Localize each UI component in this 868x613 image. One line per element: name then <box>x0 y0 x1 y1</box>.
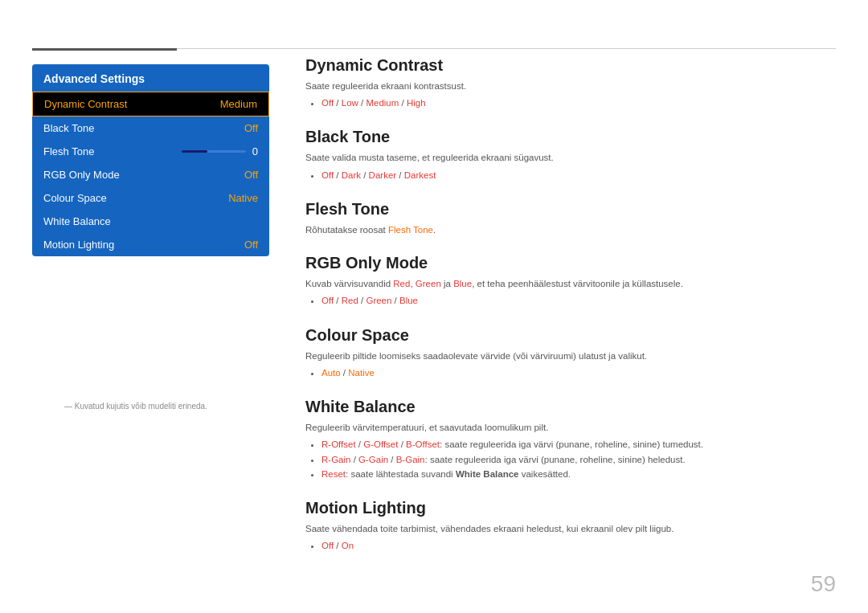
option-bt-dark: Dark <box>342 170 361 180</box>
panel-title: Advanced Settings <box>32 64 269 92</box>
menu-value-rgb-only-mode: Off <box>244 169 258 181</box>
section-options-motion-lighting: Off / On <box>305 538 836 553</box>
menu-item-black-tone[interactable]: Black Tone Off <box>32 116 269 140</box>
menu-label-rgb-only-mode: RGB Only Mode <box>43 169 120 181</box>
option-high: High <box>407 98 426 108</box>
top-accent-line <box>32 48 177 51</box>
option-ml-on: On <box>342 541 354 550</box>
page-number: 59 <box>811 571 836 597</box>
option-low: Low <box>342 98 358 108</box>
left-panel: Advanced Settings Dynamic Contrast Mediu… <box>32 64 273 256</box>
menu-item-colour-space[interactable]: Colour Space Native <box>32 186 269 210</box>
menu-item-dynamic-contrast[interactable]: Dynamic Contrast Medium <box>32 92 269 116</box>
option-off: Off <box>321 98 334 108</box>
flesh-tone-slider-bar <box>182 150 246 153</box>
option-rgb-blue-val: Blue <box>399 296 418 305</box>
rgb-blue: Blue <box>453 279 472 288</box>
section-rgb-only-mode: RGB Only Mode Kuvab värvisuvandid Red, G… <box>305 254 836 308</box>
wb-goffset: G-Offset <box>363 439 398 449</box>
menu-value-black-tone: Off <box>244 122 258 134</box>
menu-value-motion-lighting: Off <box>244 239 258 251</box>
section-colour-space: Colour Space Reguleerib piltide loomisek… <box>305 326 836 380</box>
section-title-black-tone: Black Tone <box>305 128 836 146</box>
section-dynamic-contrast: Dynamic Contrast Saate reguleerida ekraa… <box>305 56 836 110</box>
flesh-tone-value: 0 <box>252 145 258 157</box>
wb-reset-label: White Balance <box>456 469 519 479</box>
section-desc-dynamic-contrast: Saate reguleerida ekraani kontrastsust. <box>305 80 836 92</box>
wb-reset: Reset <box>321 469 346 479</box>
wb-bgain: B-Gain <box>396 455 425 464</box>
section-white-balance: White Balance Reguleerib värvitemperatuu… <box>305 398 836 481</box>
menu-value-colour-space: Native <box>228 192 258 204</box>
option-cs-native: Native <box>348 368 375 378</box>
section-title-flesh-tone: Flesh Tone <box>305 200 836 219</box>
menu-label-white-balance: White Balance <box>43 215 111 227</box>
section-title-white-balance: White Balance <box>305 398 836 416</box>
section-desc-motion-lighting: Saate vähendada toite tarbimist, vähenda… <box>305 522 836 535</box>
option-bt-off: Off <box>321 170 334 180</box>
menu-label-black-tone: Black Tone <box>43 122 94 134</box>
menu-label-colour-space: Colour Space <box>43 192 107 204</box>
section-black-tone: Black Tone Saate valida musta taseme, et… <box>305 128 836 182</box>
section-options-rgb: Off / Red / Green / Blue <box>305 293 836 308</box>
section-title-colour-space: Colour Space <box>305 326 836 345</box>
flesh-tone-slider-fill <box>182 150 207 153</box>
wb-ggain: G-Gain <box>358 455 388 464</box>
section-desc-black-tone: Saate valida musta taseme, et reguleerid… <box>305 151 836 164</box>
option-cs-auto: Auto <box>321 368 341 378</box>
section-options-black-tone: Off / Dark / Darker / Darkest <box>305 168 836 182</box>
advanced-settings-box: Advanced Settings Dynamic Contrast Mediu… <box>32 64 269 256</box>
menu-item-flesh-tone[interactable]: Flesh Tone 0 <box>32 140 269 163</box>
section-options-white-balance: R-Offset / G-Offset / B-Offset: saate re… <box>305 437 836 481</box>
option-rgb-off: Off <box>321 296 334 305</box>
menu-label-dynamic-contrast: Dynamic Contrast <box>44 98 127 110</box>
option-ml-off: Off <box>321 541 334 550</box>
menu-label-flesh-tone: Flesh Tone <box>43 145 94 157</box>
section-desc-rgb-only-mode: Kuvab värvisuvandid Red, Green ja Blue, … <box>305 277 836 290</box>
menu-label-motion-lighting: Motion Lighting <box>43 239 114 251</box>
wb-boffset: B-Offset <box>406 439 440 449</box>
section-desc-flesh-tone: Rõhutatakse roosat Flesh Tone. <box>305 223 836 236</box>
option-rgb-green: Green <box>366 296 391 305</box>
wb-rgain: R-Gain <box>321 455 350 464</box>
section-desc-white-balance: Reguleerib värvitemperatuuri, et saavuta… <box>305 421 836 434</box>
section-options-dynamic-contrast: Off / Low / Medium / High <box>305 96 836 110</box>
section-options-colour-space: Auto / Native <box>305 366 836 380</box>
right-content: Dynamic Contrast Saate reguleerida ekraa… <box>305 56 836 581</box>
menu-item-white-balance[interactable]: White Balance <box>32 210 269 233</box>
section-title-rgb-only-mode: RGB Only Mode <box>305 254 836 272</box>
section-motion-lighting: Motion Lighting Saate vähendada toite ta… <box>305 499 836 553</box>
section-title-motion-lighting: Motion Lighting <box>305 499 836 517</box>
rgb-red: Red <box>393 279 410 288</box>
menu-item-motion-lighting[interactable]: Motion Lighting Off <box>32 233 269 256</box>
rgb-green: Green <box>416 279 441 288</box>
section-title-dynamic-contrast: Dynamic Contrast <box>305 56 836 75</box>
footnote: — Kuvatud kujutis võib mudeliti erineda. <box>64 402 207 411</box>
menu-item-rgb-only-mode[interactable]: RGB Only Mode Off <box>32 163 269 186</box>
option-medium: Medium <box>366 98 399 108</box>
menu-value-dynamic-contrast: Medium <box>220 98 257 110</box>
section-flesh-tone: Flesh Tone Rõhutatakse roosat Flesh Tone… <box>305 200 836 236</box>
option-bt-darker: Darker <box>369 170 397 180</box>
option-bt-darkest: Darkest <box>404 170 436 180</box>
option-rgb-red: Red <box>342 296 358 305</box>
flesh-tone-highlight: Flesh Tone <box>388 225 433 235</box>
flesh-tone-slider-container: 0 <box>182 145 258 157</box>
section-desc-colour-space: Reguleerib piltide loomiseks saadaolevat… <box>305 349 836 362</box>
wb-roffset: R-Offset <box>321 439 356 449</box>
